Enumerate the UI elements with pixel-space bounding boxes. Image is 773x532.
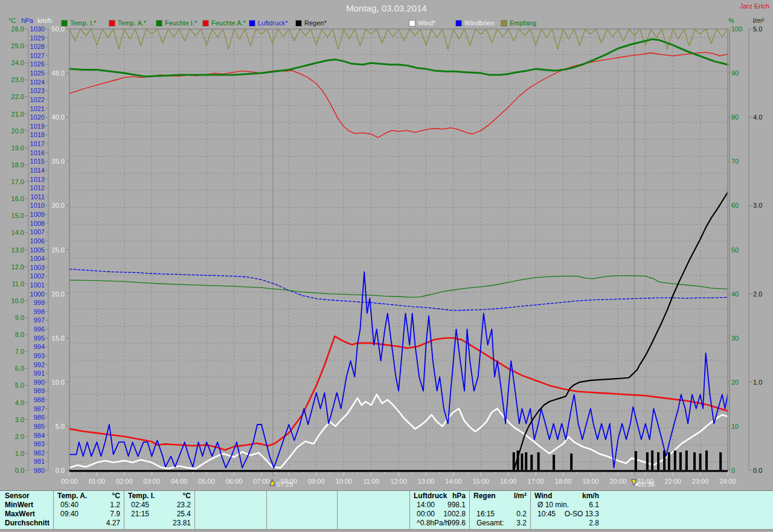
- svg-text:1006: 1006: [30, 237, 45, 245]
- svg-text:1.0: 1.0: [15, 450, 24, 457]
- axis-unit-label: l/m²: [753, 17, 765, 24]
- gridlines: [69, 29, 728, 470]
- column-unit: °C: [128, 492, 191, 501]
- svg-text:991: 991: [34, 370, 45, 377]
- row-label: MaxWert: [5, 510, 35, 519]
- x-axis-label: 02:00: [116, 478, 133, 485]
- svg-text:30.0: 30.0: [52, 202, 65, 209]
- table-divider: [469, 491, 470, 529]
- cell-value: 1.2: [57, 501, 120, 510]
- svg-text:1021: 1021: [30, 105, 45, 112]
- svg-text:16.0: 16.0: [11, 195, 24, 202]
- svg-text:3.0: 3.0: [15, 416, 24, 423]
- cell-value: 3.2: [473, 519, 527, 528]
- svg-text:40: 40: [731, 290, 739, 298]
- svg-text:1027: 1027: [30, 52, 45, 59]
- row-label: Durchschnitt: [5, 519, 50, 528]
- stats-table: SensorMinWertMaxWertDurchschnittTemp. A.…: [0, 490, 773, 531]
- svg-text:21.0: 21.0: [11, 111, 24, 118]
- x-axis-label: 03:00: [143, 478, 160, 485]
- svg-text:1018: 1018: [30, 131, 45, 138]
- svg-text:2.0: 2.0: [15, 433, 24, 440]
- svg-text:25.0: 25.0: [52, 246, 65, 254]
- x-axis-label: 00:00: [61, 478, 78, 485]
- svg-text:10: 10: [731, 423, 739, 430]
- axis-unit-label: km/h: [37, 17, 52, 24]
- svg-text:0.0: 0.0: [753, 467, 762, 474]
- svg-text:981: 981: [34, 458, 45, 465]
- svg-text:1005: 1005: [30, 246, 45, 254]
- svg-text:17.0: 17.0: [11, 178, 24, 185]
- svg-text:990: 990: [34, 379, 45, 386]
- svg-text:1008: 1008: [30, 220, 45, 227]
- svg-text:1.0: 1.0: [753, 379, 762, 386]
- svg-text:986: 986: [34, 414, 45, 421]
- svg-text:980: 980: [34, 467, 45, 474]
- x-axis-label: 22:00: [664, 478, 681, 485]
- svg-text:40.0: 40.0: [52, 114, 65, 121]
- svg-text:1019: 1019: [30, 123, 45, 130]
- row-label: Sensor: [5, 492, 30, 501]
- svg-text:80: 80: [731, 114, 739, 121]
- x-axis-label: 13:00: [418, 478, 435, 485]
- x-axis-label: 06:00: [226, 478, 243, 485]
- cell-value: 7.9: [57, 510, 120, 519]
- x-axis-label: 04:00: [171, 478, 188, 485]
- svg-text:5.0: 5.0: [753, 25, 762, 33]
- svg-text:995: 995: [34, 335, 45, 342]
- cell-value: 0.2: [473, 510, 527, 519]
- svg-text:983: 983: [34, 440, 45, 447]
- svg-text:24.0: 24.0: [11, 59, 24, 66]
- table-divider: [266, 491, 267, 529]
- cell-value: 6.1: [534, 501, 599, 510]
- cell-value: 4.27: [57, 519, 120, 528]
- svg-text:1012: 1012: [30, 184, 45, 191]
- sunrise-marker-icon: [270, 479, 275, 486]
- svg-text:9.0: 9.0: [15, 314, 24, 321]
- svg-text:1010: 1010: [30, 202, 45, 209]
- cell-value: O-SO 13.3: [534, 510, 599, 519]
- weather-logger-app: Montag, 03.03.2014 Jarz Erich Temp. I.*T…: [0, 0, 773, 532]
- svg-text:4.0: 4.0: [753, 114, 762, 121]
- svg-text:35.0: 35.0: [52, 158, 65, 165]
- series-tempa: [69, 336, 728, 450]
- svg-text:996: 996: [34, 325, 45, 333]
- cell-value: 23.81: [128, 519, 191, 528]
- row-label: MinWert: [5, 501, 33, 510]
- x-axis-label: 09:00: [308, 478, 325, 485]
- x-axis-label: 10:00: [335, 478, 352, 485]
- svg-text:7.0: 7.0: [15, 348, 24, 355]
- svg-text:60: 60: [731, 202, 739, 209]
- table-divider: [124, 491, 124, 529]
- svg-text:25.0: 25.0: [11, 42, 24, 50]
- x-axis-label: 18:00: [555, 478, 572, 485]
- svg-text:1029: 1029: [30, 34, 45, 42]
- column-unit: l/m²: [473, 492, 527, 501]
- x-axis-label: 19:00: [582, 478, 599, 485]
- svg-text:1002: 1002: [30, 272, 45, 280]
- svg-text:1026: 1026: [30, 60, 45, 68]
- svg-text:1030: 1030: [30, 25, 45, 33]
- svg-text:997: 997: [34, 316, 45, 324]
- svg-text:19.0: 19.0: [11, 144, 24, 152]
- table-divider: [53, 491, 54, 529]
- table-divider: [337, 491, 338, 529]
- svg-text:10.0: 10.0: [11, 297, 24, 304]
- svg-text:90: 90: [731, 69, 739, 77]
- x-axis-label: 11:00: [363, 478, 379, 485]
- svg-text:1017: 1017: [30, 140, 45, 147]
- svg-text:11.0: 11.0: [11, 280, 24, 287]
- svg-text:15.0: 15.0: [52, 335, 65, 342]
- svg-text:20.0: 20.0: [52, 290, 65, 298]
- series-empfang: [69, 29, 728, 50]
- svg-text:1016: 1016: [30, 149, 45, 156]
- svg-text:1001: 1001: [30, 281, 45, 289]
- x-axis-label: 14:00: [445, 478, 462, 485]
- cell-value: 999.6: [414, 519, 466, 528]
- svg-text:1023: 1023: [30, 87, 45, 94]
- x-axis-label: 15:00: [472, 478, 489, 485]
- svg-text:70: 70: [731, 158, 739, 165]
- svg-text:1028: 1028: [30, 43, 45, 50]
- svg-text:4.0: 4.0: [15, 399, 24, 406]
- svg-text:998: 998: [34, 308, 45, 315]
